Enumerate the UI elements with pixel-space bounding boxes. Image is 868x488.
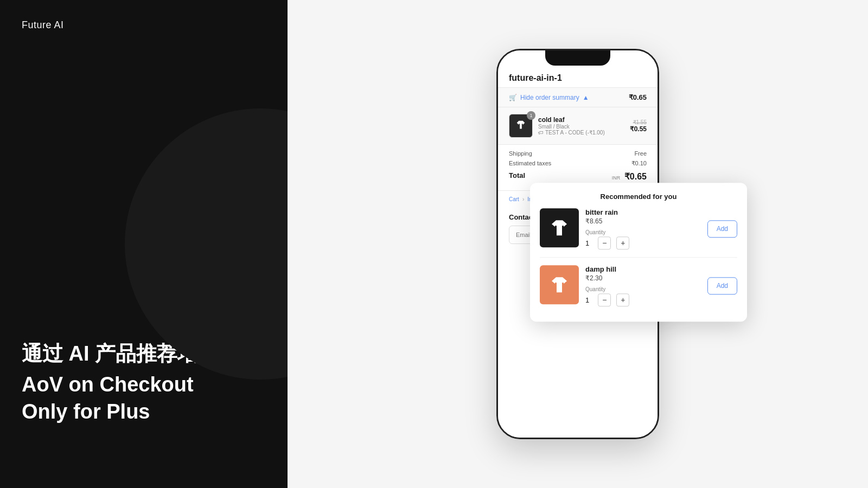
rec-item-1-image (540, 265, 579, 304)
total-label: Total (509, 171, 525, 182)
hero-chinese-title: 通过 AI 产品推荐增加 (22, 341, 266, 367)
hero-content: 通过 AI 产品推荐增加 AoV on Checkout Only for Pl… (22, 341, 266, 468)
hero-line1: AoV on Checkout (22, 373, 194, 396)
hero-line2: Only for Plus (22, 400, 150, 423)
cart-item-discount: 🏷 TEST A - CODE (-₹1.00) (538, 130, 624, 136)
rec-item-0-qty-control: 1 − + (585, 236, 701, 249)
damp-hill-tshirt-icon (548, 274, 570, 296)
rec-item-1-qty-label: Quantity (585, 286, 701, 292)
order-summary-bar[interactable]: 🛒 Hide order summary ▲ ₹0.65 (498, 88, 658, 107)
rec-item-1-qty-control: 1 − + (585, 293, 701, 306)
cart-item-variant: Small / Black (538, 124, 624, 130)
cart-item-image: 1 (509, 114, 533, 138)
rec-item-0-price: ₹8.65 (585, 217, 701, 225)
breadcrumb-cart[interactable]: Cart (509, 196, 519, 202)
cart-item-details: cold leaf Small / Black 🏷 TEST A - CODE … (538, 116, 624, 136)
shipping-label: Shipping (509, 150, 532, 157)
taxes-value: ₹0.10 (631, 160, 647, 167)
order-summary-toggle[interactable]: 🛒 Hide order summary ▲ (509, 94, 589, 101)
sep1: › (522, 196, 524, 202)
rec-item-0-add-button[interactable]: Add (707, 220, 737, 237)
cart-item-row: 1 cold leaf Small / Black 🏷 TEST A - COD… (498, 107, 658, 145)
rec-item-0-qty-buttons: − + (598, 236, 629, 249)
phone-notch (545, 50, 610, 66)
item-badge: 1 (527, 111, 535, 120)
rec-item-0-decrease-button[interactable]: − (598, 236, 611, 249)
rec-item-1-decrease-button[interactable]: − (598, 293, 611, 306)
shipping-value: Free (634, 150, 647, 157)
rec-item-1-qty-buttons: − + (598, 293, 629, 306)
rec-item-0-name: bitter rain (585, 208, 701, 216)
rec-item-1: damp hill ₹2.30 Quantity 1 − + Add (540, 265, 737, 306)
order-summary-price: ₹0.65 (629, 93, 647, 101)
hide-order-label: Hide order summary (520, 94, 579, 101)
rec-item-1-info: damp hill ₹2.30 Quantity 1 − + (585, 265, 701, 306)
taxes-row: Estimated taxes ₹0.10 (509, 160, 647, 167)
inr-label: INR (612, 175, 621, 181)
hero-english-title: AoV on Checkout Only for Plus (22, 371, 266, 425)
left-panel: Future AI 通过 AI 产品推荐增加 AoV on Checkout O… (0, 0, 288, 488)
right-panel: future-ai-in-1 🛒 Hide order summary ▲ ₹0… (288, 0, 868, 488)
rec-item-1-qty-value: 1 (585, 296, 589, 304)
bitter-rain-tshirt-icon (548, 217, 570, 239)
cart-item-prices: ₹1.55 ₹0.55 (630, 119, 647, 133)
recommendation-card: Recommended for you bitter rain ₹8.65 Qu… (530, 183, 747, 322)
cart-icon: 🛒 (509, 94, 517, 101)
rec-item-0-increase-button[interactable]: + (616, 236, 629, 249)
cart-item-name: cold leaf (538, 116, 624, 124)
rec-item-0-qty-label: Quantity (585, 229, 701, 235)
total-amount: ₹0.65 (624, 172, 647, 181)
shipping-row: Shipping Free (509, 150, 647, 157)
rec-item-1-price: ₹2.30 (585, 274, 701, 282)
rec-item-0-qty-value: 1 (585, 239, 589, 247)
grand-total-row: Total INR ₹0.65 (509, 171, 647, 182)
final-price: ₹0.55 (630, 125, 647, 133)
rec-item-0-image (540, 208, 579, 247)
tshirt-icon (515, 120, 527, 132)
rec-item-1-increase-button[interactable]: + (616, 293, 629, 306)
store-name: future-ai-in-1 (498, 66, 658, 88)
total-value: INR ₹0.65 (612, 171, 647, 182)
brand-logo: Future AI (22, 20, 266, 31)
chevron-up-icon: ▲ (583, 94, 589, 101)
rec-divider (540, 257, 737, 258)
rec-item-1-name: damp hill (585, 265, 701, 273)
rec-item-0-info: bitter rain ₹8.65 Quantity 1 − + (585, 208, 701, 249)
rec-item-0: bitter rain ₹8.65 Quantity 1 − + Add (540, 208, 737, 249)
taxes-label: Estimated taxes (509, 160, 551, 167)
tag-icon: 🏷 (538, 130, 544, 136)
rec-title: Recommended for you (540, 192, 737, 201)
rec-item-1-add-button[interactable]: Add (707, 277, 737, 294)
original-price: ₹1.55 (630, 119, 647, 125)
